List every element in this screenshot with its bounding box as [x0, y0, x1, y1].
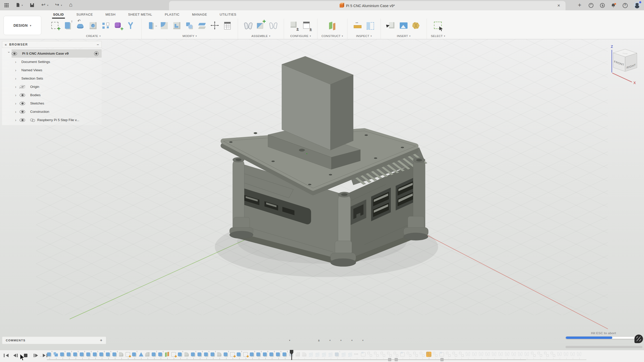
- activate-component-radio[interactable]: [94, 51, 99, 56]
- hole-button[interactable]: [88, 20, 98, 31]
- timeline-feature[interactable]: [413, 352, 418, 357]
- tab-solid[interactable]: SOLID: [47, 10, 70, 19]
- chevron-down-icon[interactable]: ▾: [351, 339, 353, 342]
- timeline-feature[interactable]: [308, 352, 314, 357]
- browser-row-raspberry-pi-step[interactable]: › Raspberry Pi 5 Step File v...: [2, 116, 102, 124]
- visibility-eye-icon[interactable]: [20, 118, 25, 122]
- timeline-feature[interactable]: [125, 352, 131, 357]
- shell-button[interactable]: [172, 20, 182, 31]
- visibility-eye-icon[interactable]: [20, 110, 25, 114]
- timeline-feature[interactable]: [472, 352, 477, 357]
- chevron-down-icon[interactable]: ▾: [340, 339, 342, 342]
- timeline-feature[interactable]: [171, 352, 176, 357]
- offset-face-button[interactable]: [197, 20, 207, 31]
- timeline-ruler[interactable]: [47, 359, 526, 360]
- timeline-feature[interactable]: [230, 352, 235, 357]
- job-status-icon[interactable]: [600, 3, 605, 8]
- timeline-feature[interactable]: [452, 352, 458, 357]
- minimize-panel-icon[interactable]: –: [97, 42, 99, 47]
- timeline-feature[interactable]: [577, 352, 582, 357]
- timeline-feature[interactable]: [367, 352, 373, 357]
- timeline-feature[interactable]: [407, 352, 412, 357]
- timeline-feature[interactable]: [321, 352, 327, 357]
- timeline-feature[interactable]: [361, 352, 366, 357]
- timeline-feature[interactable]: [511, 352, 516, 357]
- chevron-right-icon[interactable]: ›: [15, 60, 19, 64]
- browser-header[interactable]: « BROWSER –: [2, 41, 102, 48]
- timeline-feature[interactable]: [204, 352, 209, 357]
- extensions-icon[interactable]: [588, 3, 593, 8]
- app-grid-icon[interactable]: ▾: [4, 3, 9, 8]
- timeline-feature[interactable]: [210, 352, 216, 357]
- insert-mesh-button[interactable]: [411, 20, 421, 31]
- save-icon[interactable]: ▾: [30, 3, 35, 8]
- timeline-feature[interactable]: [531, 352, 536, 357]
- fit-icon[interactable]: ▾: [322, 337, 331, 343]
- row-label[interactable]: Bodies: [30, 93, 41, 97]
- timeline-feature[interactable]: [505, 352, 510, 357]
- timeline-feature[interactable]: [537, 352, 543, 357]
- timeline-feature[interactable]: [374, 352, 379, 357]
- configuration-table-button[interactable]: [302, 20, 312, 31]
- create-form-button[interactable]: [113, 20, 124, 31]
- new-tab-icon[interactable]: [577, 3, 582, 8]
- timeline-scrollbar[interactable]: [566, 346, 642, 348]
- timeline-feature[interactable]: [335, 352, 340, 357]
- display-settings-icon[interactable]: ▾: [333, 337, 342, 343]
- timeline-feature[interactable]: [184, 352, 189, 357]
- timeline-feature[interactable]: [564, 352, 569, 357]
- canvas-button[interactable]: [399, 20, 409, 31]
- visibility-eye-icon[interactable]: [20, 85, 25, 89]
- timeline-feature[interactable]: [348, 352, 353, 357]
- browser-row-bodies[interactable]: › Bodies: [2, 91, 102, 99]
- timeline-feature[interactable]: [256, 352, 261, 357]
- timeline-feature[interactable]: [492, 352, 497, 357]
- generative-design-button[interactable]: [126, 20, 136, 31]
- timeline-feature[interactable]: [269, 352, 274, 357]
- view-cube[interactable]: Z X FRONT RIGHT TOP: [601, 40, 644, 85]
- timeline-feature[interactable]: [73, 352, 78, 357]
- chevron-right-icon[interactable]: ›: [15, 93, 19, 97]
- timeline-feature[interactable]: [544, 352, 549, 357]
- close-tab-icon[interactable]: ×: [556, 3, 561, 8]
- grid-snaps-icon[interactable]: ▾: [344, 337, 353, 343]
- tab-sheet-metal[interactable]: SHEET METAL: [122, 10, 158, 19]
- timeline-feature[interactable]: [138, 352, 144, 357]
- chevron-right-icon[interactable]: ›: [7, 52, 11, 56]
- collapse-panel-icon[interactable]: «: [5, 43, 6, 47]
- timeline-feature[interactable]: [151, 352, 157, 357]
- timeline-feature[interactable]: [393, 352, 399, 357]
- group-dropdown[interactable]: CONFIGURE▾: [290, 33, 311, 39]
- construction-plane-button[interactable]: [327, 20, 337, 31]
- chevron-right-icon[interactable]: ›: [15, 110, 19, 114]
- group-dropdown[interactable]: INSPECT▾: [356, 33, 372, 39]
- pan-icon[interactable]: ▾: [302, 337, 309, 343]
- joint-button[interactable]: [243, 20, 253, 31]
- timeline-feature[interactable]: [47, 352, 52, 357]
- step-forward-button[interactable]: [32, 353, 38, 358]
- measure-button[interactable]: [353, 20, 363, 31]
- timeline-feature[interactable]: [570, 352, 575, 357]
- timeline-feature[interactable]: [53, 352, 59, 357]
- timeline-feature[interactable]: [60, 352, 65, 357]
- timeline-feature[interactable]: [400, 352, 405, 357]
- timeline-feature[interactable]: [276, 352, 281, 357]
- group-dropdown[interactable]: SELECT▾: [431, 33, 445, 39]
- chevron-right-icon[interactable]: ›: [15, 118, 19, 122]
- browser-row-root[interactable]: › Pi 5 CNC Aluminium Case v9: [2, 49, 102, 58]
- press-pull-button[interactable]: [147, 20, 157, 31]
- timeline-playhead[interactable]: [289, 350, 294, 360]
- browser-row-sketches[interactable]: › Sketches: [2, 99, 102, 107]
- timeline-feature[interactable]: [145, 352, 150, 357]
- chevron-down-icon[interactable]: ▾: [362, 339, 364, 342]
- row-label[interactable]: Origin: [30, 85, 39, 89]
- browser-row-selection-sets[interactable]: › Selection Sets: [2, 74, 102, 83]
- timeline-feature[interactable]: [217, 352, 222, 357]
- row-label[interactable]: Document Settings: [21, 60, 50, 64]
- chevron-right-icon[interactable]: ›: [15, 85, 19, 89]
- chevron-down-icon[interactable]: ▾: [330, 339, 331, 342]
- timeline-feature[interactable]: [191, 352, 196, 357]
- timeline-feature[interactable]: [93, 352, 98, 357]
- home-icon[interactable]: ▾: [69, 3, 74, 8]
- notifications-icon[interactable]: [611, 3, 616, 8]
